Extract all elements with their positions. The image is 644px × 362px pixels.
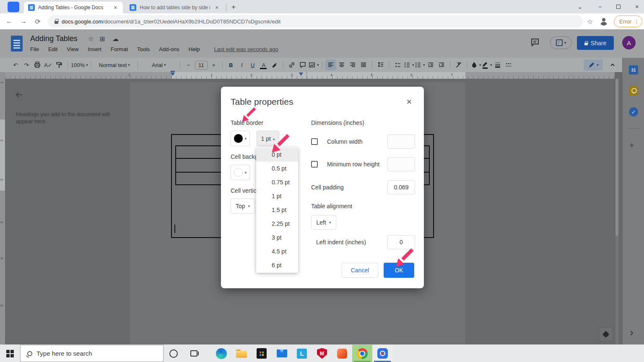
border-color-icon[interactable]: ▾ (481, 59, 492, 70)
browser-avatar-icon[interactable] (600, 17, 608, 26)
font-size-input[interactable]: 11 (195, 61, 208, 70)
taskbar-app-edge[interactable] (211, 345, 231, 362)
menu-view[interactable]: View (67, 46, 78, 52)
cell-background-swatch-button[interactable]: ▾ (231, 165, 250, 180)
account-avatar[interactable]: A (622, 36, 636, 49)
menu-item-15pt[interactable]: 1.5 pt (256, 203, 298, 217)
address-input[interactable]: docs.google.com/document/d/1a_lzter02Ued… (48, 15, 583, 28)
taskbar-app-mcafee[interactable]: M (312, 345, 332, 362)
reload-icon[interactable]: ⟳ (33, 16, 43, 26)
tab-close-icon[interactable]: × (213, 4, 220, 11)
checklist-icon[interactable] (392, 59, 403, 70)
taskbar-app-chrome[interactable] (352, 345, 372, 362)
indent-marker-bar[interactable] (171, 71, 175, 72)
increase-indent-icon[interactable] (436, 59, 447, 70)
explore-button[interactable] (599, 327, 613, 341)
insert-link-icon[interactable] (286, 59, 297, 70)
present-button[interactable]: ▾ (550, 36, 572, 49)
tasks-icon[interactable]: ✓ (629, 107, 638, 116)
taskbar-app-store[interactable] (252, 345, 272, 362)
calendar-icon[interactable]: 31 (629, 65, 638, 75)
highlight-color-icon[interactable] (269, 59, 280, 70)
kebab-menu-icon[interactable]: ⋮ (634, 18, 639, 25)
comments-icon[interactable] (530, 37, 540, 49)
new-tab-button[interactable]: + (228, 2, 239, 13)
style-select[interactable]: Normal text▾ (94, 59, 135, 70)
menu-item-05pt[interactable]: 0.5 pt (256, 162, 298, 176)
min-row-height-input[interactable] (387, 157, 415, 171)
menu-file[interactable]: File (30, 46, 39, 52)
taskbar-app-file-explorer[interactable] (231, 345, 252, 362)
cell-padding-input[interactable]: 0.069 (387, 180, 415, 194)
menu-format[interactable]: Format (111, 46, 128, 52)
line-spacing-icon[interactable] (375, 59, 386, 70)
hide-side-panel-chevron-icon[interactable] (628, 330, 635, 338)
vertical-ruler[interactable]: 1 1 2 3 4 5 (0, 72, 5, 344)
align-right-icon[interactable] (347, 59, 358, 70)
maximize-icon[interactable] (616, 5, 621, 9)
border-width-icon[interactable] (492, 59, 503, 70)
insert-image-icon[interactable]: ▾ (308, 59, 319, 70)
fill-color-icon[interactable]: ▾ (470, 59, 481, 70)
taskbar-app-screen-recorder[interactable] (372, 345, 392, 362)
browser-profile-icon[interactable] (8, 2, 19, 12)
zoom-select[interactable]: 100%▾ (71, 59, 88, 70)
menu-addons[interactable]: Add-ons (159, 46, 179, 52)
bulleted-list-icon[interactable]: ▾ (403, 59, 414, 70)
vertical-alignment-dropdown[interactable]: Top ▾ (231, 199, 255, 214)
keep-icon[interactable] (629, 86, 638, 96)
scrollbar-thumb[interactable] (615, 79, 618, 236)
bookmark-star-icon[interactable]: ☆ (587, 18, 593, 26)
bold-icon[interactable]: B (226, 59, 236, 70)
document-title[interactable]: Adding Tables (30, 34, 78, 43)
align-left-icon[interactable] (325, 59, 336, 70)
menu-item-225pt[interactable]: 2.25 pt (256, 217, 298, 231)
italic-icon[interactable]: I (236, 59, 247, 70)
underline-icon[interactable]: U (247, 59, 258, 70)
menu-help[interactable]: Help (189, 46, 200, 52)
close-outline-arrow-icon[interactable] (14, 90, 24, 101)
move-folder-icon[interactable]: ⊞ (100, 35, 105, 43)
taskbar-app-office[interactable] (332, 345, 352, 362)
tab-how-to-add-tables[interactable]: How to add tables side by side in × (125, 2, 224, 13)
decrease-font-size-icon[interactable]: − (183, 59, 194, 70)
last-edit-link[interactable]: Last edit was seconds ago (214, 46, 278, 52)
border-dash-icon[interactable] (503, 59, 514, 70)
text-color-icon[interactable]: A (258, 59, 269, 70)
minimize-icon[interactable]: − (596, 3, 604, 10)
editing-mode-button[interactable]: ▾ (584, 59, 603, 70)
spellcheck-icon[interactable]: A✓ (43, 59, 54, 70)
menu-tools[interactable]: Tools (137, 46, 150, 52)
menu-item-1pt[interactable]: 1 pt (256, 189, 298, 203)
add-addon-plus-icon[interactable]: + (629, 141, 634, 150)
google-docs-logo-icon[interactable] (11, 36, 23, 52)
menu-item-45pt[interactable]: 4.5 pt (256, 245, 298, 259)
min-row-height-checkbox[interactable] (311, 161, 318, 168)
align-justify-icon[interactable] (358, 59, 369, 70)
close-icon[interactable]: × (633, 3, 641, 10)
add-comment-icon[interactable] (297, 59, 308, 70)
horizontal-ruler[interactable]: 1 1 2 3 4 5 6 7 (5, 72, 615, 79)
column-width-checkbox[interactable] (311, 138, 318, 145)
column-width-input[interactable] (387, 134, 415, 149)
tab-adding-tables[interactable]: Adding Tables - Google Docs × (24, 2, 123, 13)
taskbar-app-lively[interactable]: L (292, 345, 312, 362)
menu-insert[interactable]: Insert (88, 46, 101, 52)
undo-icon[interactable]: ↶ (10, 59, 21, 70)
share-button[interactable]: Share (577, 36, 614, 50)
numbered-list-icon[interactable]: ▾ (414, 59, 425, 70)
error-badge[interactable]: Error ⋮ (614, 16, 642, 27)
border-color-swatch-button[interactable]: ▾ (231, 131, 250, 146)
redo-icon[interactable]: ↷ (21, 59, 32, 70)
print-icon[interactable] (32, 59, 43, 70)
browser-menu-chevron-icon[interactable]: ⌄ (576, 3, 584, 10)
taskbar-search[interactable]: Type here to search (20, 345, 164, 362)
menu-item-3pt[interactable]: 3 pt (256, 231, 298, 245)
menu-edit[interactable]: Edit (48, 46, 57, 52)
column-margin-marker[interactable] (299, 72, 303, 76)
back-icon[interactable]: ← (4, 16, 14, 26)
tab-close-icon[interactable]: × (112, 4, 119, 11)
left-margin-marker[interactable] (171, 72, 175, 76)
clear-formatting-icon[interactable] (453, 59, 464, 70)
start-button[interactable] (0, 345, 20, 362)
